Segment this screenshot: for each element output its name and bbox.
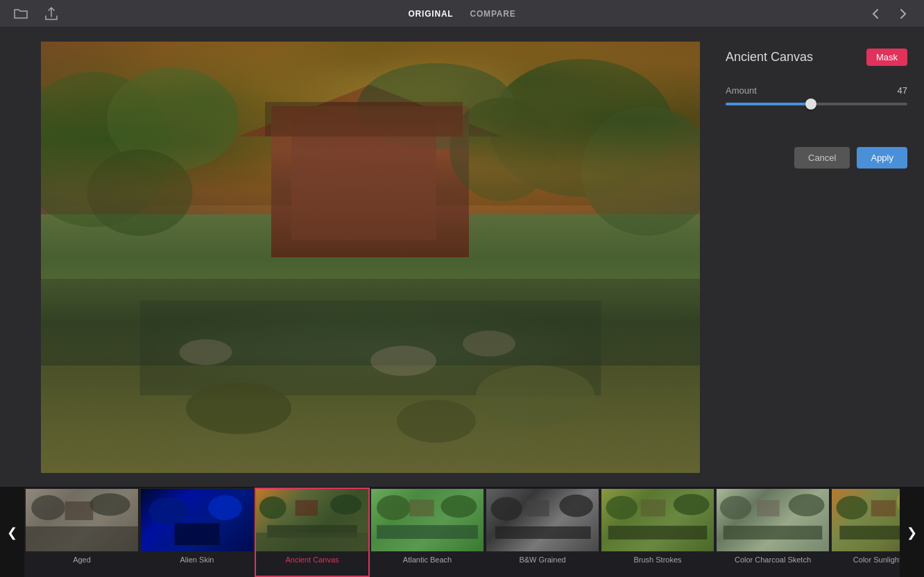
film-item-ancient-canvas[interactable]: Ancient Canvas [255,488,370,577]
mask-button[interactable]: Mask [866,49,907,66]
svg-rect-20 [65,501,94,520]
filmstrip-items: Aged Alien Skin [24,488,900,577]
thumb-photo-color-sunlight [832,489,900,551]
svg-point-19 [31,495,65,520]
apply-button[interactable]: Apply [857,147,907,169]
prev-arrow-icon: ❮ [7,525,17,540]
thumb-photo-aged [26,489,138,551]
film-item-brush-strokes[interactable]: Brush Strokes [600,488,715,577]
amount-slider-track[interactable] [726,103,907,105]
filmstrip-next-button[interactable]: ❯ [900,488,924,577]
cancel-button[interactable]: Cancel [794,147,850,169]
svg-rect-46 [757,500,779,516]
top-bar-right [866,4,913,24]
film-item-bw-grained[interactable]: B&W Grained [485,488,600,577]
compare-tab[interactable]: COMPARE [470,9,516,19]
top-bar-left [11,4,61,24]
svg-rect-25 [175,524,220,546]
slider-thumb[interactable] [805,98,816,110]
share-icon[interactable] [42,4,61,24]
svg-point-40 [606,496,637,519]
svg-point-24 [208,495,242,520]
svg-rect-42 [641,499,666,516]
thumb-photo-brush-strokes [601,489,714,551]
top-bar-center: ORIGINAL COMPARE [408,9,515,19]
slider-section: Amount 47 [726,85,907,105]
bw-thumb-detail [486,489,599,551]
svg-point-41 [674,494,710,515]
atlantic-thumb-detail [371,489,484,551]
forward-arrow-icon[interactable] [893,4,913,24]
side-panel: Ancient Canvas Mask Amount 47 Cancel App… [709,28,924,487]
svg-point-48 [836,496,867,519]
film-label-ancient-canvas: Ancient Canvas [285,556,339,564]
film-thumb-atlantic-beach [371,489,484,551]
panel-title: Ancient Canvas [726,50,813,64]
film-thumb-color-charcoal [717,489,829,551]
film-thumb-bw-grained [486,489,599,551]
aged-thumb-detail [26,489,138,551]
svg-rect-51 [839,526,900,540]
thumb-photo-color-charcoal [717,489,829,551]
svg-rect-39 [495,526,591,539]
film-label-atlantic-beach: Atlantic Beach [403,556,452,564]
film-item-aged[interactable]: Aged [24,488,139,577]
film-thumb-ancient-canvas [256,489,368,551]
next-arrow-icon: ❯ [907,525,917,540]
film-label-color-charcoal: Color Charcoal Sketch [735,556,811,564]
svg-point-33 [440,495,477,517]
film-item-color-charcoal[interactable]: Color Charcoal Sketch [715,488,830,577]
thumb-photo-atlantic-beach [371,489,484,551]
film-label-color-sunlight: Color Sunlight Spots [853,556,900,564]
amount-value: 47 [898,85,907,96]
main-area: Ancient Canvas Mask Amount 47 Cancel App… [0,28,924,487]
film-thumb-aged [26,489,138,551]
svg-rect-34 [409,499,434,516]
film-label-bw-grained: B&W Grained [519,556,565,564]
svg-point-23 [148,497,189,525]
svg-point-37 [559,494,593,517]
film-item-atlantic-beach[interactable]: Atlantic Beach [370,488,485,577]
alien-thumb-detail [141,489,253,551]
thumb-photo-alien-skin [141,489,253,551]
thumb-photo-ancient-canvas [256,489,368,551]
svg-point-36 [490,497,522,521]
back-arrow-icon[interactable] [866,4,885,24]
film-item-color-sunlight[interactable]: Color Sunlight Spots [830,488,900,577]
film-thumb-color-sunlight [832,489,900,551]
film-thumb-brush-strokes [601,489,714,551]
svg-rect-47 [724,526,823,540]
folder-icon[interactable] [11,4,31,24]
svg-point-26 [259,497,286,519]
panel-header: Ancient Canvas Mask [726,49,907,66]
photo-background [41,42,700,473]
svg-rect-28 [296,500,318,516]
slider-fill [726,103,811,105]
film-label-brush-strokes: Brush Strokes [633,556,681,564]
film-label-aged: Aged [73,556,91,564]
slider-row: Amount 47 [726,85,907,96]
film-thumb-alien-skin [141,489,253,551]
film-item-alien-skin[interactable]: Alien Skin [139,488,255,577]
photo-wrapper [41,42,700,473]
svg-rect-22 [26,526,138,551]
film-label-alien-skin: Alien Skin [180,556,214,564]
filmstrip-prev-button[interactable]: ❮ [0,488,24,577]
svg-rect-43 [608,526,708,540]
svg-rect-35 [377,525,478,539]
panel-actions: Cancel Apply [726,147,907,169]
thumb-photo-bw-grained [486,489,599,551]
svg-point-32 [377,495,411,520]
svg-point-21 [89,493,130,515]
amount-label: Amount [726,85,757,96]
original-tab[interactable]: ORIGINAL [408,9,453,19]
svg-rect-31 [256,533,368,551]
svg-rect-50 [871,500,896,516]
svg-rect-38 [527,500,549,516]
svg-point-45 [789,494,825,516]
svg-point-44 [720,496,751,519]
svg-rect-18 [41,42,700,473]
svg-point-27 [330,494,361,515]
brush-thumb-detail [601,489,714,551]
charcoal-thumb-detail [717,489,829,551]
